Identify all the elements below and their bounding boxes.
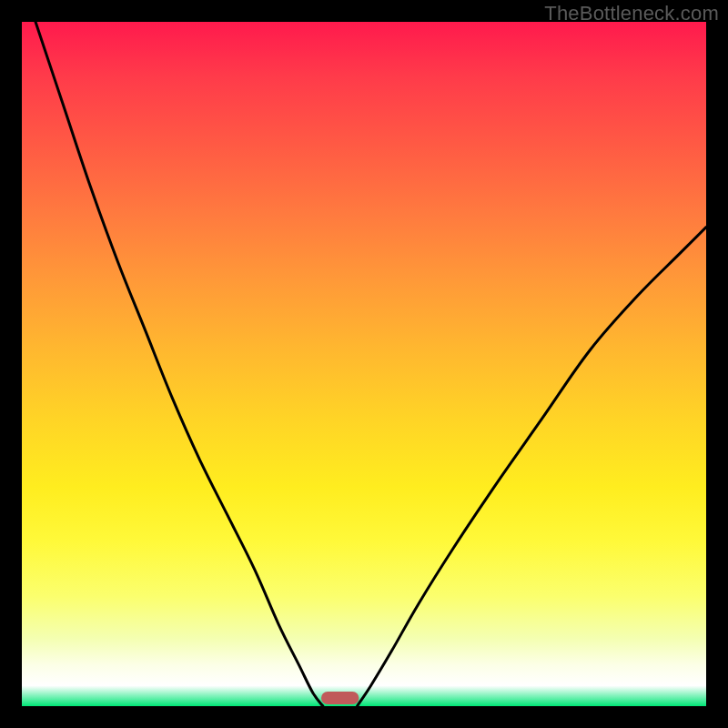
curve-right-branch xyxy=(357,228,706,706)
watermark-text: TheBottleneck.com xyxy=(544,2,719,25)
bottleneck-marker xyxy=(321,692,359,704)
curve-left-branch xyxy=(35,22,323,706)
chart-svg xyxy=(22,22,706,706)
plot-area xyxy=(22,22,706,706)
